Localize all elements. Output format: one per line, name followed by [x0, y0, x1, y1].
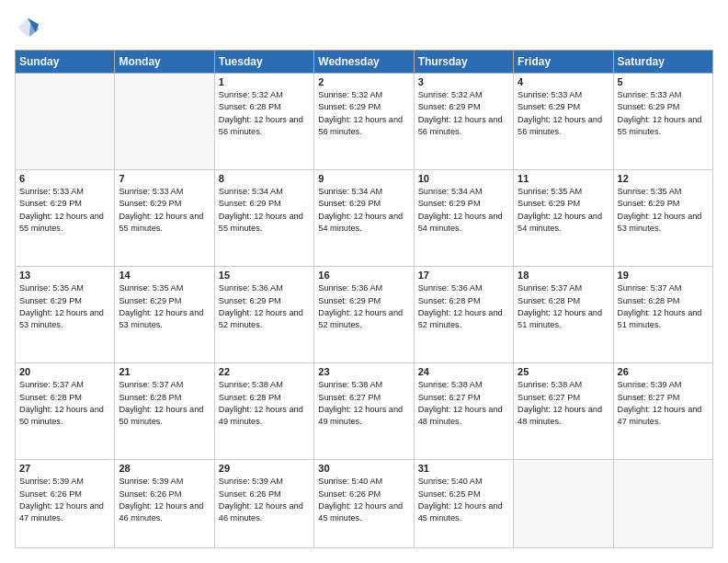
day-number: 11 [518, 173, 609, 184]
day-info: Sunrise: 5:35 AMSunset: 6:29 PMDaylight:… [19, 282, 110, 331]
day-number: 1 [219, 76, 310, 87]
day-info: Sunrise: 5:32 AMSunset: 6:29 PMDaylight:… [418, 89, 509, 138]
day-info: Sunrise: 5:32 AMSunset: 6:29 PMDaylight:… [318, 89, 409, 138]
day-number: 10 [418, 173, 509, 184]
week-row-2: 6Sunrise: 5:33 AMSunset: 6:29 PMDaylight… [16, 170, 713, 267]
logo [15, 15, 44, 40]
day-number: 9 [318, 173, 409, 184]
day-cell: 9Sunrise: 5:34 AMSunset: 6:29 PMDaylight… [314, 170, 414, 267]
day-number: 2 [318, 76, 409, 87]
day-info: Sunrise: 5:39 AMSunset: 6:26 PMDaylight:… [219, 476, 310, 524]
day-cell: 6Sunrise: 5:33 AMSunset: 6:29 PMDaylight… [16, 170, 115, 267]
day-info: Sunrise: 5:39 AMSunset: 6:27 PMDaylight:… [618, 379, 709, 428]
day-info: Sunrise: 5:34 AMSunset: 6:29 PMDaylight:… [418, 186, 509, 235]
day-cell: 4Sunrise: 5:33 AMSunset: 6:29 PMDaylight… [514, 74, 613, 170]
day-cell: 1Sunrise: 5:32 AMSunset: 6:28 PMDaylight… [214, 74, 313, 170]
day-number: 8 [219, 173, 310, 184]
day-number: 17 [418, 270, 509, 281]
weekday-header-sunday: Sunday [16, 51, 115, 74]
day-number: 25 [518, 366, 609, 377]
day-cell: 12Sunrise: 5:35 AMSunset: 6:29 PMDayligh… [613, 170, 712, 267]
day-number: 30 [318, 463, 409, 474]
day-info: Sunrise: 5:37 AMSunset: 6:28 PMDaylight:… [19, 379, 110, 428]
day-info: Sunrise: 5:40 AMSunset: 6:25 PMDaylight:… [418, 476, 509, 524]
day-cell: 24Sunrise: 5:38 AMSunset: 6:27 PMDayligh… [414, 363, 513, 460]
day-number: 19 [618, 270, 709, 281]
day-info: Sunrise: 5:33 AMSunset: 6:29 PMDaylight:… [19, 186, 110, 235]
day-info: Sunrise: 5:38 AMSunset: 6:27 PMDaylight:… [418, 379, 509, 428]
day-number: 13 [19, 270, 110, 281]
day-cell: 2Sunrise: 5:32 AMSunset: 6:29 PMDaylight… [314, 74, 414, 170]
day-cell: 31Sunrise: 5:40 AMSunset: 6:25 PMDayligh… [414, 460, 513, 548]
day-number: 15 [219, 270, 310, 281]
day-cell: 10Sunrise: 5:34 AMSunset: 6:29 PMDayligh… [414, 170, 513, 267]
day-cell: 27Sunrise: 5:39 AMSunset: 6:26 PMDayligh… [16, 460, 115, 548]
day-info: Sunrise: 5:38 AMSunset: 6:28 PMDaylight:… [219, 379, 310, 428]
day-info: Sunrise: 5:36 AMSunset: 6:29 PMDaylight:… [318, 282, 409, 331]
day-cell: 5Sunrise: 5:33 AMSunset: 6:29 PMDaylight… [613, 74, 712, 170]
day-number: 18 [518, 270, 609, 281]
day-info: Sunrise: 5:35 AMSunset: 6:29 PMDaylight:… [119, 282, 210, 331]
day-info: Sunrise: 5:37 AMSunset: 6:28 PMDaylight:… [618, 282, 709, 331]
day-cell: 14Sunrise: 5:35 AMSunset: 6:29 PMDayligh… [115, 267, 214, 363]
page: SundayMondayTuesdayWednesdayThursdayFrid… [0, 0, 728, 563]
week-row-3: 13Sunrise: 5:35 AMSunset: 6:29 PMDayligh… [16, 267, 713, 363]
day-number: 12 [618, 173, 709, 184]
weekday-header-thursday: Thursday [414, 51, 513, 74]
day-number: 23 [318, 366, 409, 377]
day-cell [613, 460, 712, 548]
day-cell: 18Sunrise: 5:37 AMSunset: 6:28 PMDayligh… [514, 267, 613, 363]
day-info: Sunrise: 5:33 AMSunset: 6:29 PMDaylight:… [518, 89, 609, 138]
day-cell: 16Sunrise: 5:36 AMSunset: 6:29 PMDayligh… [314, 267, 414, 363]
weekday-header-row: SundayMondayTuesdayWednesdayThursdayFrid… [16, 51, 713, 74]
day-info: Sunrise: 5:37 AMSunset: 6:28 PMDaylight:… [119, 379, 210, 428]
day-number: 27 [19, 463, 110, 474]
day-info: Sunrise: 5:32 AMSunset: 6:28 PMDaylight:… [219, 89, 310, 138]
day-number: 29 [219, 463, 310, 474]
day-cell: 13Sunrise: 5:35 AMSunset: 6:29 PMDayligh… [16, 267, 115, 363]
day-number: 28 [119, 463, 210, 474]
day-cell: 8Sunrise: 5:34 AMSunset: 6:29 PMDaylight… [214, 170, 313, 267]
day-info: Sunrise: 5:39 AMSunset: 6:26 PMDaylight:… [19, 476, 110, 524]
day-cell: 21Sunrise: 5:37 AMSunset: 6:28 PMDayligh… [115, 363, 214, 460]
day-number: 22 [219, 366, 310, 377]
day-cell: 15Sunrise: 5:36 AMSunset: 6:29 PMDayligh… [214, 267, 313, 363]
day-cell: 30Sunrise: 5:40 AMSunset: 6:26 PMDayligh… [314, 460, 414, 548]
day-info: Sunrise: 5:34 AMSunset: 6:29 PMDaylight:… [318, 186, 409, 235]
day-cell: 28Sunrise: 5:39 AMSunset: 6:26 PMDayligh… [115, 460, 214, 548]
logo-icon [15, 15, 40, 40]
day-number: 24 [418, 366, 509, 377]
day-info: Sunrise: 5:38 AMSunset: 6:27 PMDaylight:… [518, 379, 609, 428]
day-number: 3 [418, 76, 509, 87]
day-info: Sunrise: 5:33 AMSunset: 6:29 PMDaylight:… [119, 186, 210, 235]
day-number: 20 [19, 366, 110, 377]
day-info: Sunrise: 5:35 AMSunset: 6:29 PMDaylight:… [618, 186, 709, 235]
day-cell [16, 74, 115, 170]
day-cell [115, 74, 214, 170]
header [15, 15, 713, 40]
day-info: Sunrise: 5:39 AMSunset: 6:26 PMDaylight:… [119, 476, 210, 524]
day-number: 4 [518, 76, 609, 87]
day-number: 7 [119, 173, 210, 184]
day-cell: 11Sunrise: 5:35 AMSunset: 6:29 PMDayligh… [514, 170, 613, 267]
weekday-header-wednesday: Wednesday [314, 51, 414, 74]
day-number: 21 [119, 366, 210, 377]
day-cell: 17Sunrise: 5:36 AMSunset: 6:28 PMDayligh… [414, 267, 513, 363]
day-info: Sunrise: 5:40 AMSunset: 6:26 PMDaylight:… [318, 476, 409, 524]
day-number: 16 [318, 270, 409, 281]
day-cell: 25Sunrise: 5:38 AMSunset: 6:27 PMDayligh… [514, 363, 613, 460]
day-info: Sunrise: 5:37 AMSunset: 6:28 PMDaylight:… [518, 282, 609, 331]
day-number: 5 [618, 76, 709, 87]
day-number: 14 [119, 270, 210, 281]
day-number: 31 [418, 463, 509, 474]
day-info: Sunrise: 5:34 AMSunset: 6:29 PMDaylight:… [219, 186, 310, 235]
day-info: Sunrise: 5:38 AMSunset: 6:27 PMDaylight:… [318, 379, 409, 428]
day-cell: 20Sunrise: 5:37 AMSunset: 6:28 PMDayligh… [16, 363, 115, 460]
day-cell: 19Sunrise: 5:37 AMSunset: 6:28 PMDayligh… [613, 267, 712, 363]
calendar-table: SundayMondayTuesdayWednesdayThursdayFrid… [15, 50, 713, 548]
weekday-header-saturday: Saturday [613, 51, 712, 74]
week-row-5: 27Sunrise: 5:39 AMSunset: 6:26 PMDayligh… [16, 460, 713, 548]
day-number: 6 [19, 173, 110, 184]
day-cell: 7Sunrise: 5:33 AMSunset: 6:29 PMDaylight… [115, 170, 214, 267]
day-info: Sunrise: 5:36 AMSunset: 6:29 PMDaylight:… [219, 282, 310, 331]
